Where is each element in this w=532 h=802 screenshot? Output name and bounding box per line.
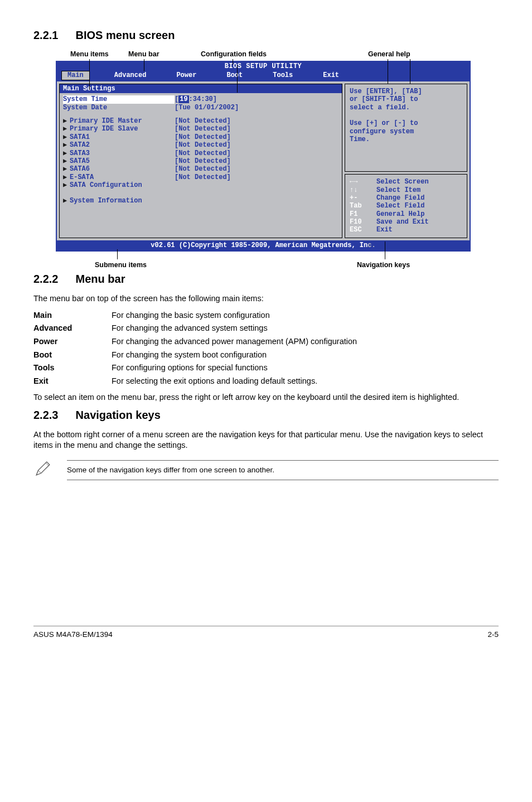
callout-row-top: Menu items Menu bar Configuration fields…	[56, 50, 468, 61]
desc-row: MainFor changing the basic system config…	[33, 309, 357, 322]
section-heading-221: 2.2.1 BIOS menu screen	[33, 28, 499, 43]
footer-right: 2-5	[487, 630, 499, 640]
chevron-right-icon: ▶	[63, 165, 70, 173]
callout-menu-items: Menu items	[70, 50, 109, 59]
chevron-right-icon: ▶	[63, 181, 70, 189]
desc-row: PowerFor changing the advanced power man…	[33, 335, 357, 349]
system-time-label: System Time	[63, 95, 175, 103]
callout-general-help: General help	[368, 50, 410, 59]
tab-boot[interactable]: Boot	[221, 71, 248, 80]
section-222-outro: To select an item on the menu bar, press…	[33, 392, 499, 403]
sata-config-label: SATA Configuration	[70, 181, 142, 189]
row-system-time[interactable]: System Time [19:34:30]	[63, 95, 338, 103]
device-value: [Not Detected]	[175, 125, 231, 133]
tab-main[interactable]: Main	[61, 71, 90, 80]
callout-config-fields: Configuration fields	[201, 50, 267, 59]
chevron-right-icon: ▶	[63, 197, 70, 205]
tab-advanced[interactable]: Advanced	[109, 71, 152, 80]
row-device[interactable]: ▶SATA2[Not Detected]	[63, 141, 338, 149]
nav-key-row: F1General Help	[350, 210, 462, 218]
system-time-value: [19:34:30]	[175, 95, 217, 103]
nav-key-row: +-Change Field	[350, 194, 462, 202]
desc-row: ToolsFor configuring options for special…	[33, 361, 357, 375]
bios-right-pane: Use [ENTER], [TAB] or [SHIFT-TAB] to sel…	[345, 84, 467, 238]
nav-key-row: ↑↓Select Item	[350, 186, 462, 194]
callout-navkeys: Navigation keys	[357, 260, 410, 270]
device-value: [Not Detected]	[175, 165, 231, 173]
row-sata-config[interactable]: ▶SATA Configuration	[63, 181, 338, 189]
row-device[interactable]: ▶SATA6[Not Detected]	[63, 165, 338, 173]
device-value: [Not Detected]	[175, 133, 231, 141]
desc-row: BootFor changing the system boot configu…	[33, 349, 357, 362]
section-222-intro: The menu bar on top of the screen has th…	[33, 293, 499, 305]
chevron-right-icon: ▶	[63, 173, 70, 181]
note-box: Some of the navigation keys differ from …	[33, 459, 499, 481]
row-device[interactable]: ▶Primary IDE Master[Not Detected]	[63, 117, 338, 125]
device-value: [Not Detected]	[175, 117, 231, 125]
bios-left-pane: Main Settings System Time [19:34:30] Sys…	[59, 84, 342, 238]
row-device[interactable]: ▶SATA5[Not Detected]	[63, 157, 338, 165]
row-system-date[interactable]: System Date [Tue 01/01/2002]	[63, 104, 338, 112]
device-value: [Not Detected]	[175, 141, 231, 149]
page-footer: ASUS M4A78-EM/1394 2-5	[33, 626, 499, 640]
chevron-right-icon: ▶	[63, 157, 70, 165]
chevron-right-icon: ▶	[63, 141, 70, 149]
nav-key-row: TabSelect Field	[350, 202, 462, 210]
row-system-info[interactable]: ▶System Information	[63, 197, 338, 205]
chevron-right-icon: ▶	[63, 117, 70, 125]
system-date-label: System Date	[63, 104, 175, 112]
section-title: BIOS menu screen	[76, 29, 175, 41]
section-223-body: At the bottom right corner of a menu scr…	[33, 429, 499, 451]
tab-power[interactable]: Power	[171, 71, 202, 80]
callout-menu-bar: Menu bar	[128, 50, 159, 59]
desc-row: AdvancedFor changing the advanced system…	[33, 322, 357, 335]
bios-footer: v02.61 (C)Copyright 1985-2009, American …	[57, 240, 470, 250]
device-value: [Not Detected]	[175, 157, 231, 165]
callout-row-bottom: Submenu items Navigation keys	[56, 252, 468, 272]
chevron-right-icon: ▶	[63, 149, 70, 157]
section-heading-222: 2.2.2 Menu bar	[33, 272, 499, 287]
bios-nav-keys: ←→Select Screen↑↓Select Item+-Change Fie…	[345, 174, 467, 238]
section-title: Menu bar	[76, 273, 125, 285]
system-info-label: System Information	[70, 197, 142, 205]
menu-bar-desc-table: MainFor changing the basic system config…	[33, 309, 357, 388]
row-device[interactable]: ▶E-SATA[Not Detected]	[63, 173, 338, 181]
bios-screen: BIOS SETUP UTILITY Main Advanced Power B…	[56, 61, 471, 252]
device-value: [Not Detected]	[175, 149, 231, 157]
bios-section-header: Main Settings	[60, 84, 342, 93]
chevron-right-icon: ▶	[63, 133, 70, 141]
section-title: Navigation keys	[76, 409, 161, 421]
chevron-right-icon: ▶	[63, 125, 70, 133]
device-value: [Not Detected]	[175, 173, 231, 181]
callout-submenu: Submenu items	[95, 260, 147, 270]
nav-key-row: ←→Select Screen	[350, 178, 462, 186]
bios-help-text: Use [ENTER], [TAB] or [SHIFT-TAB] to sel…	[345, 84, 467, 172]
row-device[interactable]: ▶SATA1[Not Detected]	[63, 133, 338, 141]
tab-tools[interactable]: Tools	[267, 71, 298, 80]
desc-row: ExitFor selecting the exit options and l…	[33, 375, 357, 388]
bios-menubar: Main Advanced Power Boot Tools Exit	[57, 71, 470, 81]
section-heading-223: 2.2.3 Navigation keys	[33, 408, 499, 423]
section-number: 2.2.2	[33, 272, 72, 287]
nav-key-row: F10Save and Exit	[350, 218, 462, 226]
pencil-icon	[33, 459, 67, 481]
bios-title: BIOS SETUP UTILITY	[57, 62, 470, 71]
note-text: Some of the navigation keys differ from …	[67, 460, 499, 480]
row-device[interactable]: ▶Primary IDE Slave[Not Detected]	[63, 125, 338, 133]
tab-exit[interactable]: Exit	[317, 71, 345, 80]
section-number: 2.2.1	[33, 28, 72, 43]
footer-left: ASUS M4A78-EM/1394	[33, 630, 113, 640]
system-date-value: [Tue 01/01/2002]	[175, 104, 239, 112]
section-number: 2.2.3	[33, 408, 72, 423]
row-device[interactable]: ▶SATA3[Not Detected]	[63, 149, 338, 157]
nav-key-row: ESCExit	[350, 226, 462, 234]
